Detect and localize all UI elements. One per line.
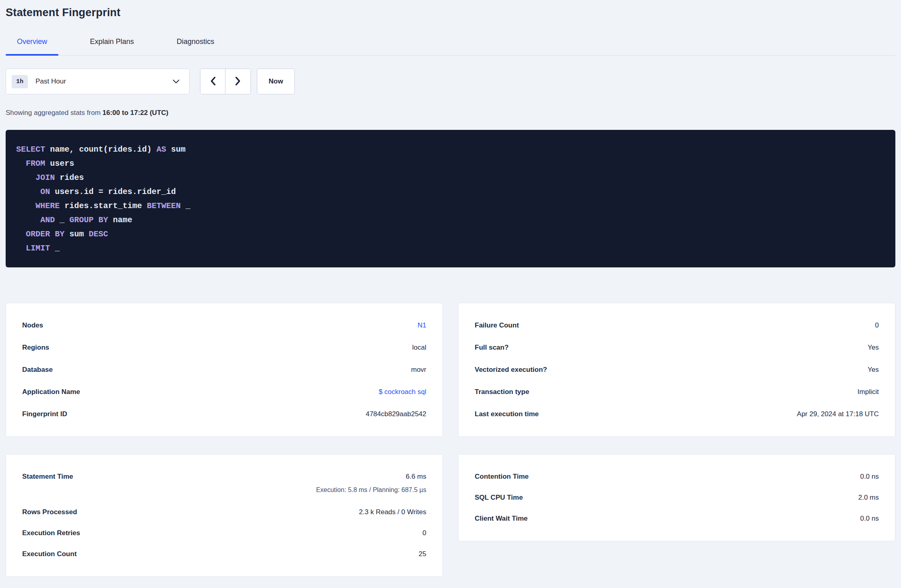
summary-row: Contention Time0.0 ns: [475, 471, 879, 483]
summary-row: Statement Time6.6 msExecution: 5.8 ms / …: [22, 471, 426, 497]
summary-row: Execution Retries0: [22, 527, 426, 539]
row-value-link[interactable]: N1: [417, 321, 426, 329]
sql-line: SELECT name, count(rides.id) AS sum: [16, 142, 885, 156]
stats-range: 16:00 to 17:22 (UTC): [102, 109, 168, 117]
statement-fingerprint-page: Statement Fingerprint OverviewExplain Pl…: [0, 6, 901, 577]
row-subvalue: Execution: 5.8 ms / Planning: 687.5 µs: [22, 485, 426, 497]
chevron-down-icon: [173, 79, 179, 84]
tab-diagnostics[interactable]: Diagnostics: [165, 38, 225, 55]
aggregated-stats-line: Showing aggregated stats from 16:00 to 1…: [6, 109, 895, 117]
summary-row: Application Name$ cockroach sql: [22, 386, 426, 398]
row-label: Execution Count: [22, 550, 77, 558]
summary-row: Databasemovr: [22, 364, 426, 376]
row-value: 6.6 ms: [406, 473, 426, 481]
time-controls: 1h Past Hour Now: [6, 69, 895, 94]
row-label: Database: [22, 366, 53, 374]
summary-card: Statement Time6.6 msExecution: 5.8 ms / …: [6, 454, 443, 577]
previous-range-button[interactable]: [200, 69, 225, 94]
sql-line: AND _ GROUP BY name: [16, 213, 885, 227]
summary-row: Full scan?Yes: [475, 342, 879, 354]
row-label: Vectorized execution?: [475, 366, 547, 374]
row-label: Failure Count: [475, 321, 519, 329]
stats-prefix: Showing aggregated stats from: [6, 109, 102, 117]
row-value: Yes: [868, 344, 879, 352]
next-range-button[interactable]: [225, 69, 250, 94]
row-value: 0: [875, 321, 879, 329]
summary-row: Vectorized execution?Yes: [475, 364, 879, 376]
sql-statement-box: SELECT name, count(rides.id) AS sum FROM…: [6, 130, 895, 267]
row-label: Transaction type: [475, 388, 529, 396]
summary-card: Failure Count0Full scan?YesVectorized ex…: [458, 303, 895, 437]
row-value: Yes: [868, 366, 879, 374]
row-label: Contention Time: [475, 473, 529, 481]
row-label: Execution Retries: [22, 529, 80, 537]
range-step-button-group: [200, 69, 251, 94]
row-label: Last execution time: [475, 410, 539, 418]
sql-line: WHERE rides.start_time BETWEEN _: [16, 199, 885, 213]
row-value: local: [412, 344, 426, 352]
summary-row: Rows Processed2.3 k Reads / 0 Writes: [22, 506, 426, 518]
summary-row: SQL CPU Time2.0 ms: [475, 492, 879, 504]
row-value: Implicit: [857, 388, 879, 396]
row-value: 0.0 ns: [860, 473, 879, 481]
row-value-link[interactable]: $ cockroach sql: [379, 388, 426, 396]
row-value: Apr 29, 2024 at 17:18 UTC: [797, 410, 879, 418]
summary-cards: NodesN1RegionslocalDatabasemovrApplicati…: [6, 303, 895, 577]
row-value: 2.3 k Reads / 0 Writes: [359, 508, 426, 516]
row-value: 0.0 ns: [860, 515, 879, 523]
page-title: Statement Fingerprint: [6, 6, 895, 19]
row-value: 4784cb829aab2542: [366, 410, 426, 418]
time-range-dropdown[interactable]: 1h Past Hour: [6, 69, 190, 94]
row-label: Full scan?: [475, 344, 509, 352]
summary-card: NodesN1RegionslocalDatabasemovrApplicati…: [6, 303, 443, 437]
row-value: 2.0 ms: [858, 494, 879, 502]
row-label: Regions: [22, 344, 49, 352]
row-value: movr: [411, 366, 426, 374]
chevron-right-icon: [235, 76, 241, 87]
tab-bar: OverviewExplain PlansDiagnostics: [6, 38, 895, 56]
now-button[interactable]: Now: [257, 69, 295, 94]
tab-explain-plans[interactable]: Explain Plans: [79, 38, 145, 55]
row-label: Client Wait Time: [475, 515, 528, 523]
row-value: 0: [423, 529, 426, 537]
summary-row: Execution Count25: [22, 548, 426, 560]
row-label: Statement Time: [22, 473, 73, 481]
row-label: Rows Processed: [22, 508, 77, 516]
summary-row: Regionslocal: [22, 342, 426, 354]
sql-line: ORDER BY sum DESC: [16, 227, 885, 241]
summary-row: Client Wait Time0.0 ns: [475, 513, 879, 525]
sql-line: FROM users: [16, 156, 885, 171]
sql-line: ON users.id = rides.rider_id: [16, 185, 885, 199]
chevron-left-icon: [210, 76, 216, 87]
summary-row: Failure Count0: [475, 319, 879, 332]
row-label: Nodes: [22, 321, 43, 329]
time-range-label: Past Hour: [35, 77, 66, 85]
row-label: Fingerprint ID: [22, 410, 67, 418]
summary-card: Contention Time0.0 nsSQL CPU Time2.0 msC…: [458, 454, 895, 541]
row-label: SQL CPU Time: [475, 494, 523, 502]
summary-row: Last execution timeApr 29, 2024 at 17:18…: [475, 408, 879, 420]
sql-line: JOIN rides: [16, 171, 885, 185]
row-value: 25: [419, 550, 426, 558]
time-range-badge: 1h: [12, 75, 28, 88]
summary-row: Fingerprint ID4784cb829aab2542: [22, 408, 426, 420]
sql-line: LIMIT _: [16, 241, 885, 255]
summary-row: NodesN1: [22, 319, 426, 332]
tab-overview[interactable]: Overview: [6, 38, 58, 55]
row-label: Application Name: [22, 388, 80, 396]
summary-row: Transaction typeImplicit: [475, 386, 879, 398]
